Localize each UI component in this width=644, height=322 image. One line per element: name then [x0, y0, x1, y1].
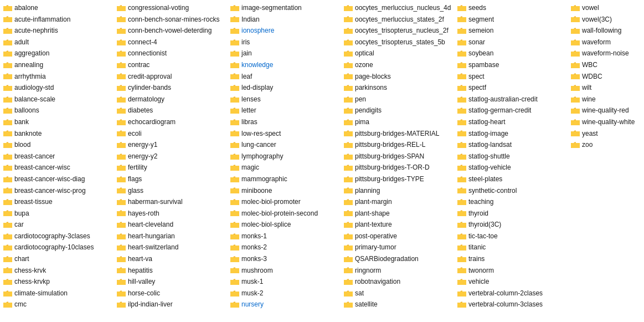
- folder-item[interactable]: pittsburg-bridges-SPAN: [342, 151, 455, 162]
- folder-item[interactable]: echocardiogram: [115, 116, 228, 128]
- folder-item[interactable]: wine: [569, 94, 644, 105]
- folder-item[interactable]: balloons: [1, 105, 115, 116]
- folder-item[interactable]: plant-margin: [342, 196, 455, 208]
- folder-item[interactable]: arrhythmia: [1, 71, 115, 83]
- folder-item[interactable]: glass: [115, 185, 228, 197]
- folder-item[interactable]: ozone: [342, 59, 455, 71]
- folder-item[interactable]: WDBC: [569, 71, 644, 83]
- folder-item[interactable]: dermatology: [115, 94, 228, 105]
- folder-item[interactable]: trains: [455, 253, 569, 265]
- folder-item[interactable]: teaching: [455, 196, 569, 208]
- folder-item[interactable]: iris: [228, 37, 342, 48]
- folder-item[interactable]: banknote: [1, 128, 115, 140]
- folder-item[interactable]: bank: [1, 116, 115, 128]
- folder-item[interactable]: QSARBiodegradation: [342, 253, 455, 265]
- folder-item[interactable]: cylinder-bands: [115, 82, 228, 94]
- folder-item[interactable]: vertebral-column-2clases: [455, 288, 569, 299]
- folder-item[interactable]: climate-simulation: [1, 288, 115, 299]
- folder-item[interactable]: oocytes_merluccius_states_2f: [342, 14, 455, 25]
- folder-item[interactable]: cardiotocography-10clases: [1, 242, 115, 253]
- folder-item[interactable]: zoo: [569, 139, 644, 151]
- folder-item[interactable]: energy-y1: [115, 139, 228, 151]
- folder-item[interactable]: chart: [1, 253, 115, 265]
- folder-item[interactable]: diabetes: [115, 105, 228, 116]
- folder-item[interactable]: hill-valley: [115, 276, 228, 288]
- folder-item[interactable]: molec-biol-protein-second: [228, 208, 342, 219]
- folder-item[interactable]: synthetic-control: [455, 185, 569, 197]
- folder-item[interactable]: hayes-roth: [115, 208, 228, 219]
- folder-item[interactable]: molec-biol-splice: [228, 219, 342, 231]
- folder-item[interactable]: heart-va: [115, 253, 228, 265]
- folder-item[interactable]: flags: [115, 173, 228, 185]
- folder-item[interactable]: Indian: [228, 14, 342, 25]
- folder-item[interactable]: annealing: [1, 59, 115, 71]
- folder-item[interactable]: conn-bench-vowel-deterding: [115, 25, 228, 37]
- folder-item[interactable]: pittsburg-bridges-MATERIAL: [342, 128, 455, 140]
- folder-item[interactable]: waveform-noise: [569, 48, 644, 59]
- folder-item[interactable]: statlog-australian-credit: [455, 94, 569, 105]
- folder-item[interactable]: statlog-german-credit: [455, 105, 569, 116]
- folder-item[interactable]: bupa: [1, 208, 115, 219]
- folder-item[interactable]: post-operative: [342, 231, 455, 242]
- folder-item[interactable]: spectf: [455, 82, 569, 94]
- folder-item[interactable]: pendigits: [342, 105, 455, 116]
- folder-item[interactable]: conn-bench-sonar-mines-rocks: [115, 14, 228, 25]
- folder-item[interactable]: image-segmentation: [228, 2, 342, 14]
- folder-item[interactable]: planning: [342, 185, 455, 197]
- folder-item[interactable]: chess-krvk: [1, 265, 115, 277]
- folder-item[interactable]: waveform: [569, 37, 644, 48]
- folder-item[interactable]: breast-cancer-wisc-prog: [1, 185, 115, 197]
- folder-item[interactable]: chess-krvkp: [1, 276, 115, 288]
- folder-item[interactable]: low-res-spect: [228, 128, 342, 140]
- folder-item[interactable]: pittsburg-bridges-REL-L: [342, 139, 455, 151]
- folder-item[interactable]: soybean: [455, 48, 569, 59]
- folder-item[interactable]: libras: [228, 116, 342, 128]
- folder-item[interactable]: letter: [228, 105, 342, 116]
- folder-item[interactable]: knowledge: [228, 59, 342, 71]
- folder-item[interactable]: haberman-survival: [115, 196, 228, 208]
- folder-item[interactable]: acute-nephritis: [1, 25, 115, 37]
- folder-item[interactable]: robotnavigation: [342, 276, 455, 288]
- folder-item[interactable]: vowel: [569, 2, 644, 14]
- folder-item[interactable]: blood: [1, 139, 115, 151]
- folder-item[interactable]: vowel(3C): [569, 14, 644, 25]
- folder-item[interactable]: wilt: [569, 82, 644, 94]
- folder-item[interactable]: oocytes_trisopterus_states_5b: [342, 37, 455, 48]
- folder-item[interactable]: ionosphere: [228, 25, 342, 37]
- folder-item[interactable]: musk-1: [228, 276, 342, 288]
- folder-item[interactable]: titanic: [455, 242, 569, 253]
- folder-item[interactable]: primary-tumor: [342, 242, 455, 253]
- folder-item[interactable]: audiology-std: [1, 82, 115, 94]
- folder-item[interactable]: statlog-heart: [455, 116, 569, 128]
- folder-item[interactable]: credit-approval: [115, 71, 228, 83]
- folder-item[interactable]: WBC: [569, 59, 644, 71]
- folder-item[interactable]: vehicle: [455, 276, 569, 288]
- folder-item[interactable]: miniboone: [228, 185, 342, 197]
- folder-item[interactable]: heart-hungarian: [115, 231, 228, 242]
- folder-item[interactable]: thyroid(3C): [455, 219, 569, 231]
- folder-item[interactable]: optical: [342, 48, 455, 59]
- folder-item[interactable]: car: [1, 219, 115, 231]
- folder-item[interactable]: spambase: [455, 59, 569, 71]
- folder-item[interactable]: mammographic: [228, 173, 342, 185]
- folder-item[interactable]: breast-cancer-wisc: [1, 162, 115, 173]
- folder-item[interactable]: wine-quality-red: [569, 105, 644, 116]
- folder-item[interactable]: lymphography: [228, 151, 342, 162]
- folder-item[interactable]: energy-y2: [115, 151, 228, 162]
- folder-item[interactable]: nursery: [228, 299, 342, 310]
- folder-item[interactable]: semeion: [455, 25, 569, 37]
- folder-item[interactable]: pittsburg-bridges-TYPE: [342, 173, 455, 185]
- folder-item[interactable]: steel-plates: [455, 173, 569, 185]
- folder-item[interactable]: monks-2: [228, 242, 342, 253]
- folder-item[interactable]: wall-following: [569, 25, 644, 37]
- folder-item[interactable]: breast-tissue: [1, 196, 115, 208]
- folder-item[interactable]: heart-cleveland: [115, 219, 228, 231]
- folder-item[interactable]: contrac: [115, 59, 228, 71]
- folder-item[interactable]: acute-inflammation: [1, 14, 115, 25]
- folder-item[interactable]: ecoli: [115, 128, 228, 140]
- folder-item[interactable]: tic-tac-toe: [455, 231, 569, 242]
- folder-item[interactable]: plant-shape: [342, 208, 455, 219]
- folder-item[interactable]: adult: [1, 37, 115, 48]
- folder-item[interactable]: satellite: [342, 299, 455, 310]
- folder-item[interactable]: led-display: [228, 82, 342, 94]
